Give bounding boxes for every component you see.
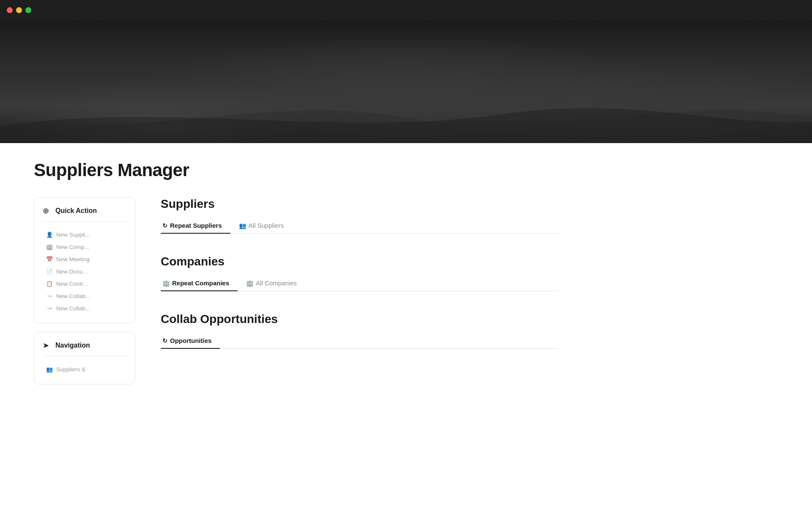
repeat-icon-suppliers: ↻ [162, 222, 167, 229]
building-icon-all: 🏢 [246, 280, 253, 287]
repeat-icon-collab: ↻ [162, 337, 167, 344]
page-title: Suppliers Manager [34, 160, 558, 180]
new-document-label: New Docu... [56, 268, 88, 275]
suppliers-section-title: Suppliers [161, 197, 558, 211]
tab-opportunities[interactable]: ↻ Opportunities [161, 333, 220, 348]
new-contract-button[interactable]: 📋 New Contr... [43, 278, 126, 290]
main-content: Suppliers Manager ⊕ Quick Action 👤 New S… [0, 143, 592, 410]
plus-circle-icon: ⊕ [43, 206, 52, 215]
new-meeting-label: New Meeting [56, 256, 90, 262]
navigation-title: Navigation [55, 342, 90, 349]
tab-repeat-suppliers-label: Repeat Suppliers [170, 222, 222, 229]
navigation-header: ➤ Navigation [43, 341, 126, 356]
nav-suppliers-label: Suppliers & [56, 366, 85, 373]
wave-decoration [0, 92, 812, 143]
new-collab-1-label: New Collab... [56, 293, 90, 299]
building-icon: 🏢 [46, 244, 53, 250]
close-button[interactable] [7, 7, 13, 13]
companies-tabs: 🏢 Repeat Companies 🏢 All Companies [161, 275, 558, 291]
suppliers-section: Suppliers ↻ Repeat Suppliers 👥 All Suppl… [161, 197, 558, 234]
suppliers-tabs: ↻ Repeat Suppliers 👥 All Suppliers [161, 218, 558, 234]
new-meeting-button[interactable]: 📅 New Meeting [43, 253, 126, 265]
persons-icon: 👥 [46, 366, 53, 373]
main-sections: Suppliers ↻ Repeat Suppliers 👥 All Suppl… [161, 197, 558, 349]
hero-banner [0, 20, 812, 143]
calendar-icon: 📅 [46, 256, 53, 262]
document-lines-icon: 📋 [46, 281, 53, 287]
tab-all-companies-label: All Companies [256, 279, 297, 287]
new-collab-2-label: New Collab... [56, 305, 90, 312]
new-document-button[interactable]: 📄 New Docu... [43, 265, 126, 278]
tab-repeat-companies-label: Repeat Companies [172, 279, 229, 287]
location-arrow-icon: ➤ [43, 341, 52, 350]
companies-section: Companies 🏢 Repeat Companies 🏢 All Compa… [161, 255, 558, 291]
tab-all-companies[interactable]: 🏢 All Companies [244, 275, 305, 291]
quick-action-card: ⊕ Quick Action 👤 New Suppli... 🏢 New Com… [34, 197, 135, 323]
building-icon-repeat: 🏢 [162, 280, 170, 287]
new-collab-2-button[interactable]: ↪ New Collab... [43, 302, 126, 315]
titlebar [0, 0, 812, 20]
tab-repeat-companies[interactable]: 🏢 Repeat Companies [161, 275, 238, 291]
persons-icon-suppliers: 👥 [239, 222, 246, 229]
minimize-button[interactable] [16, 7, 22, 13]
arrow-share-icon-2: ↪ [46, 305, 53, 312]
layout: ⊕ Quick Action 👤 New Suppli... 🏢 New Com… [34, 197, 558, 384]
quick-action-title: Quick Action [55, 207, 97, 215]
new-collab-1-button[interactable]: ↪ New Collab... [43, 290, 126, 302]
person-icon: 👤 [46, 232, 53, 238]
companies-section-title: Companies [161, 255, 558, 268]
new-company-label: New Comp... [56, 244, 89, 250]
sidebar: ⊕ Quick Action 👤 New Suppli... 🏢 New Com… [34, 197, 135, 384]
new-supplier-label: New Suppli... [56, 232, 90, 238]
arrow-share-icon-1: ↪ [46, 293, 53, 299]
maximize-button[interactable] [25, 7, 31, 13]
tab-all-suppliers-label: All Suppliers [249, 222, 284, 229]
collab-tabs: ↻ Opportunities [161, 333, 558, 349]
new-company-button[interactable]: 🏢 New Comp... [43, 241, 126, 253]
tab-repeat-suppliers[interactable]: ↻ Repeat Suppliers [161, 218, 230, 233]
new-supplier-button[interactable]: 👤 New Suppli... [43, 229, 126, 241]
quick-action-header: ⊕ Quick Action [43, 206, 126, 222]
tab-opportunities-label: Opportunities [170, 337, 211, 344]
new-contract-label: New Contr... [56, 281, 88, 287]
collab-section-title: Collab Opportunities [161, 312, 558, 326]
navigation-card: ➤ Navigation 👥 Suppliers & [34, 332, 135, 384]
tab-all-suppliers[interactable]: 👥 All Suppliers [237, 218, 292, 233]
document-icon: 📄 [46, 268, 53, 275]
collab-section: Collab Opportunities ↻ Opportunities [161, 312, 558, 349]
nav-suppliers-button[interactable]: 👥 Suppliers & [43, 363, 126, 375]
